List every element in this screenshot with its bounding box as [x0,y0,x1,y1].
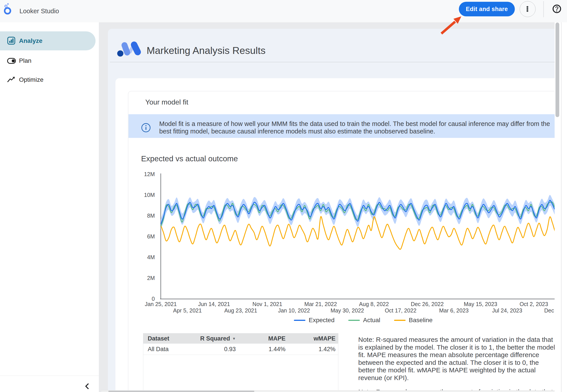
info-banner-text: Model fit is a measure of how well your … [159,120,555,135]
trending-up-icon [7,76,16,84]
table-header-mape[interactable]: MAPE [238,335,288,342]
sidebar: Analyze Plan Optimize [0,22,99,392]
kebab-menu-icon [520,1,535,16]
metrics-table: DatasetR Squared▼MAPEwMAPEAll Data0.931.… [143,333,338,392]
report-page: Marketing Analysis Results Your model fi… [108,29,555,392]
table-header-dataset[interactable]: Dataset [143,335,196,342]
chart-legend: ExpectedActualBaseline [166,317,555,324]
legend-label: Expected [309,317,334,324]
report-title: Marketing Analysis Results [147,45,266,56]
table-cell: 1.42% [288,346,338,353]
sidebar-footer [0,376,99,392]
vertical-scrollbar-area [555,22,567,392]
top-app-bar: Looker Studio Edit and share [0,0,567,22]
note-text: Note: R-squared measures the amount of v… [358,336,555,382]
table-header-row: DatasetR Squared▼MAPEwMAPE [143,334,338,344]
legend-item-baseline: Baseline [394,317,433,324]
meridian-logo [117,41,142,57]
horizontal-scrollbar-thumb[interactable] [108,391,254,392]
title-divider [110,62,555,62]
edit-and-share-button[interactable]: Edit and share [459,2,515,16]
legend-item-expected: Expected [294,317,334,324]
legend-swatch [348,320,360,321]
analyze-chart-icon [7,37,16,45]
table-cell: 0.93 [196,346,238,353]
chart-title: Expected vs actual outcome [141,154,238,163]
table-cell: All Data [143,346,196,353]
horizontal-scrollbar-track [101,390,555,392]
legend-swatch [294,320,305,321]
more-options-button[interactable] [520,1,536,17]
app-title: Looker Studio [19,7,59,15]
table-header-wmape[interactable]: wMAPE [288,335,338,342]
sidebar-item-plan[interactable]: Plan [0,51,96,70]
looker-studio-logo [4,3,14,17]
sidebar-item-analyze[interactable]: Analyze [0,31,96,50]
legend-item-actual: Actual [348,317,380,324]
help-icon[interactable] [552,4,562,14]
scrollbar-edge-line [561,22,562,392]
model-fit-card-title: Your model fit [145,98,188,106]
header-divider [543,1,544,17]
vertical-scrollbar-thumb[interactable] [555,23,559,117]
table-header-r-squared[interactable]: R Squared▼ [196,335,238,342]
sort-descending-icon: ▼ [232,337,236,340]
info-banner: Model fit is a measure of how well your … [129,114,555,138]
legend-label: Baseline [409,317,433,324]
table-cell: 1.44% [238,346,288,353]
legend-label: Actual [363,317,380,324]
table-row: All Data0.931.44%1.42% [143,344,338,355]
legend-swatch [394,320,406,321]
sidebar-item-optimize[interactable]: Optimize [0,70,96,89]
collapse-sidebar-button chevron-left-icon[interactable] [84,382,91,390]
info-icon [141,123,151,132]
toggle-icon [7,56,16,65]
